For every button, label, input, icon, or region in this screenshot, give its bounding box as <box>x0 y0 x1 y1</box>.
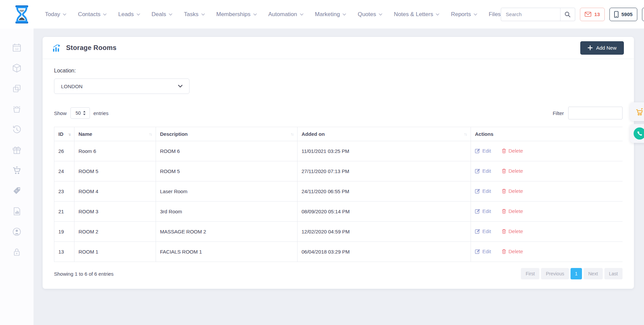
cell-id: 26 <box>54 141 74 161</box>
filter-label: Filter <box>553 110 564 116</box>
location-select[interactable]: LONDON <box>54 78 190 94</box>
sidebar: 12 s <box>0 29 34 325</box>
nav-item-contacts[interactable]: Contacts <box>78 11 107 18</box>
app-logo[interactable] <box>13 4 31 25</box>
copy-icon <box>11 83 22 94</box>
chevron-down-icon <box>436 13 439 16</box>
table-row: 19 ROOM 2 MASSAGE ROOM 2 12/02/2020 04:5… <box>54 222 623 242</box>
calls-badge[interactable]: 5905 <box>609 8 637 21</box>
column-header-name[interactable]: Name ↑↓ <box>74 127 156 141</box>
delete-button[interactable]: Delete <box>502 148 523 154</box>
cell-actions: Edit Delete <box>471 161 623 181</box>
nav-item-notes-letters[interactable]: Notes & Letters <box>394 11 439 18</box>
nav-item-marketing[interactable]: Marketing <box>315 11 346 18</box>
column-header-added-on[interactable]: Added on ↑↓ <box>298 127 471 141</box>
edit-button[interactable]: Edit <box>475 208 491 214</box>
nav-item-tasks[interactable]: Tasks <box>184 11 205 18</box>
sidebar-item-lock[interactable] <box>0 242 34 262</box>
chevron-down-icon <box>253 13 257 16</box>
delete-button[interactable]: Delete <box>502 168 523 174</box>
column-header-id[interactable]: ID ↑↓ <box>54 127 74 141</box>
cell-added-on: 27/11/2020 07:13 PM <box>298 161 471 181</box>
cell-actions: Edit Delete <box>471 222 623 242</box>
pagination-first-button[interactable]: First <box>521 268 539 279</box>
nav-item-quotes[interactable]: Quotes <box>358 11 382 18</box>
show-label: Show <box>54 110 67 116</box>
location-group: Location: LONDON <box>54 68 623 94</box>
chevron-down-icon <box>379 13 382 16</box>
nav-item-reports[interactable]: Reports <box>451 11 477 18</box>
cell-added-on: 08/09/2020 05:14 PM <box>298 202 471 222</box>
sidebar-item-cart[interactable] <box>0 160 34 180</box>
nav-label: Quotes <box>358 11 376 18</box>
nav-item-automation[interactable]: Automation <box>268 11 304 18</box>
cell-description: 3rd Room <box>156 202 298 222</box>
cart-float-button[interactable] <box>630 102 644 121</box>
pagination-next-button[interactable]: Next <box>584 268 603 279</box>
add-new-button[interactable]: Add New <box>580 41 624 55</box>
location-label: Location: <box>54 68 623 74</box>
sidebar-item-history[interactable] <box>0 119 34 140</box>
sidebar-item-pricing[interactable]: s <box>0 180 34 201</box>
search-input[interactable] <box>501 11 560 17</box>
plus-icon <box>588 45 593 50</box>
sidebar-item-copy[interactable] <box>0 78 34 99</box>
delete-button[interactable]: Delete <box>502 188 523 194</box>
sidebar-item-report[interactable] <box>0 201 34 221</box>
messages-count: 13 <box>594 11 600 17</box>
filter-group: Filter <box>553 107 623 119</box>
edit-pencil-icon <box>475 249 480 254</box>
pagination-last-button[interactable]: Last <box>604 268 623 279</box>
gift-icon <box>11 145 22 155</box>
delete-button[interactable]: Delete <box>502 228 523 234</box>
updown-arrows-icon <box>83 111 86 115</box>
nav-item-files[interactable]: Files <box>489 11 501 18</box>
edit-button[interactable]: Edit <box>475 148 491 154</box>
column-header-description[interactable]: Description ↑↓ <box>156 127 298 141</box>
storage-rooms-table: ID ↑↓ Name ↑↓ Description ↑↓ Added on <box>54 127 623 262</box>
sidebar-item-basket[interactable] <box>0 99 34 119</box>
messages-badge[interactable]: 13 <box>580 8 605 21</box>
pagination-previous-button[interactable]: Previous <box>541 268 569 279</box>
trash-icon <box>502 148 506 153</box>
list-controls: Show 50 entries Filter <box>54 107 623 119</box>
cell-description: MASSAGE ROOM 2 <box>156 222 298 242</box>
sidebar-item-account[interactable] <box>0 221 34 242</box>
page-title: Storage Rooms <box>66 44 116 52</box>
delete-button[interactable]: Delete <box>502 249 523 254</box>
nav-item-deals[interactable]: Deals <box>152 11 172 18</box>
cell-added-on: 11/01/2021 03:25 PM <box>298 141 471 161</box>
edit-button[interactable]: Edit <box>475 228 491 234</box>
table-row: 23 ROOM 4 Laser Room 24/11/2020 06:55 PM… <box>54 181 623 202</box>
trash-icon <box>502 168 506 173</box>
sidebar-item-gift[interactable] <box>0 140 34 160</box>
sort-icon: ↑↓ <box>67 132 70 137</box>
delete-button[interactable]: Delete <box>502 208 523 214</box>
tasks-badge[interactable]: 15 <box>642 8 644 21</box>
trash-icon <box>502 249 506 254</box>
sidebar-item-package[interactable] <box>0 58 34 78</box>
chevron-down-icon <box>300 13 304 16</box>
whatsapp-float-button[interactable] <box>630 124 644 143</box>
trash-icon <box>502 188 506 194</box>
edit-button[interactable]: Edit <box>475 168 491 174</box>
phone-icon <box>634 127 644 140</box>
search-button[interactable] <box>560 8 575 21</box>
trash-icon <box>502 209 506 214</box>
sidebar-item-calendar[interactable]: 12 <box>0 37 34 58</box>
page-size-select[interactable]: 50 <box>70 107 90 119</box>
edit-button[interactable]: Edit <box>475 188 491 194</box>
table-row: 21 ROOM 3 3rd Room 08/09/2020 05:14 PM E… <box>54 202 623 222</box>
cell-id: 19 <box>54 222 74 242</box>
nav-label: Contacts <box>78 11 100 18</box>
nav-label: Today <box>45 11 60 18</box>
edit-button[interactable]: Edit <box>475 249 491 254</box>
nav-item-memberships[interactable]: Memberships <box>216 11 257 18</box>
nav-item-leads[interactable]: Leads <box>118 11 140 18</box>
price-tag-icon: s <box>11 185 22 196</box>
pagination-page-1-button[interactable]: 1 <box>571 268 582 279</box>
cell-description: ROOM 5 <box>156 161 298 181</box>
nav-item-today[interactable]: Today <box>45 11 66 18</box>
cell-actions: Edit Delete <box>471 242 623 262</box>
filter-input[interactable] <box>568 107 623 119</box>
